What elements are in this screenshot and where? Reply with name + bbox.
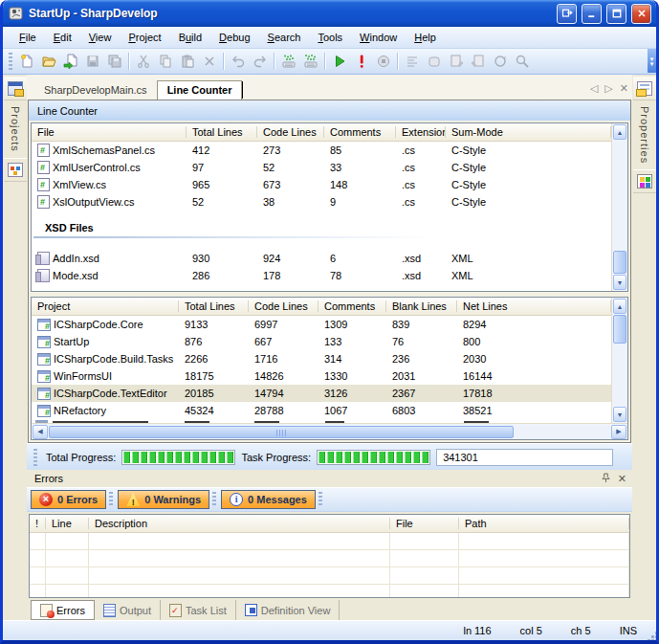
projects-strip-label[interactable]: Projects [10,100,21,158]
project-row[interactable]: ICSharpCode.Core 9133 6997 1309 839 8294 [32,316,611,333]
pin-icon[interactable] [602,473,610,485]
tab-scroll-right-icon[interactable]: ▷ [604,82,612,95]
project-row[interactable]: WinFormsUI 18175 14826 1330 2031 16144 [32,367,611,385]
properties-tab[interactable] [633,77,656,100]
menu-item[interactable]: Tools [309,29,351,46]
projects-table-hscrollbar[interactable]: ◀ ▶ [32,423,627,439]
toolbar-grip[interactable] [9,53,12,70]
undo-icon[interactable] [227,51,249,73]
filter-toggle-button[interactable]: 0 Warnings [118,490,209,509]
toolbar-overflow-button[interactable]: ▾▾ [648,49,656,73]
run-icon[interactable] [328,51,350,73]
column-header[interactable]: Sum-Mode [446,123,611,141]
menu-item[interactable]: Window [351,29,406,46]
column-header[interactable]: File [32,123,187,141]
project-row[interactable]: NRefactory 45324 28788 1067 6803 38521 [32,402,611,419]
format-box-icon[interactable] [423,51,445,73]
file-row[interactable]: XmlView.cs 965 673 148 .cs C-Style [32,176,611,193]
column-header[interactable]: Description [89,515,390,532]
filter-toggle-button[interactable]: 0 Messages [221,490,316,509]
redo-icon[interactable] [249,51,271,73]
minimize-button[interactable] [582,4,602,24]
toolbox-tab[interactable] [633,169,656,193]
fullscreen-button[interactable] [557,4,577,24]
properties-strip-label[interactable]: Properties [639,100,650,169]
tab-close-icon[interactable]: ✕ [620,82,628,95]
open-file-icon[interactable] [59,51,81,73]
menu-item[interactable]: Edit [45,29,80,46]
scroll-up-icon[interactable]: ▲ [613,124,626,140]
file-row[interactable]: XslOutputView.cs 52 38 9 .cs C-Style [32,193,611,211]
new-file-icon[interactable] [15,51,37,73]
stop-icon[interactable] [372,51,394,73]
copy-icon[interactable] [154,51,176,73]
column-header[interactable]: File [390,515,459,532]
menu-item[interactable]: View [80,29,121,46]
panel-close-icon[interactable]: ✕ [618,473,626,485]
project-row[interactable]: ICSharpCode.TextEditor 20185 14794 3126 … [32,385,611,402]
document-tab[interactable]: Line Counter [157,80,243,100]
file-row[interactable]: AddIn.xsd 930 924 6 .xsd XML [32,250,611,267]
column-header[interactable]: Net Lines [457,298,611,315]
classes-tab[interactable] [4,158,27,182]
scroll-right-icon[interactable]: ▶ [611,425,626,439]
sort-lines-icon[interactable] [401,51,423,73]
tab-scroll-left-icon[interactable]: ◁ [590,82,598,95]
column-header[interactable]: Blank Lines [386,298,457,315]
bottom-tab[interactable]: Definition View [236,600,340,620]
progress-grip[interactable] [33,449,37,466]
bottom-tab[interactable]: Errors [31,600,95,620]
column-header[interactable]: Comments [319,298,386,315]
scroll-thumb[interactable] [613,315,626,344]
scroll-down-icon[interactable]: ▼ [613,407,626,422]
search-icon[interactable] [511,51,533,73]
column-header[interactable]: Code Lines [257,123,324,141]
bottom-tab[interactable]: Output [95,600,161,620]
column-header[interactable]: Comments [324,123,396,141]
column-header[interactable]: Path [459,515,629,532]
projects-tab[interactable] [4,77,27,100]
column-header[interactable]: Total Lines [179,298,249,315]
scroll-thumb[interactable] [613,251,626,274]
document-tab[interactable]: SharpDevelopMain.cs [34,81,157,100]
comment-region-icon[interactable] [445,51,467,73]
abort-icon[interactable] [350,51,372,73]
resize-grip-icon[interactable] [651,635,654,638]
menu-item[interactable]: Build [170,29,210,46]
hscroll-thumb[interactable] [49,426,514,438]
menu-item[interactable]: Search [259,29,310,46]
column-header[interactable]: Code Lines [249,298,319,315]
menu-item[interactable]: Help [406,29,445,46]
column-header[interactable]: ! [30,515,46,532]
refresh-icon[interactable] [489,51,511,73]
project-row[interactable]: ICSharpCode.Build.Tasks 2266 1716 314 23… [32,350,611,367]
file-row[interactable]: XmlUserControl.cs 97 52 33 .cs C-Style [32,159,611,176]
column-header[interactable]: Project [32,298,179,315]
save-icon[interactable] [81,51,103,73]
delete-icon[interactable] [198,51,220,73]
close-button[interactable] [631,4,651,24]
file-row[interactable]: XmlSchemasPanel.cs 412 273 85 .cs C-Styl… [32,142,611,159]
file-row[interactable]: Mode.xsd 286 178 78 .xsd XML [32,267,611,284]
scroll-up-icon[interactable]: ▲ [613,299,626,314]
menu-item[interactable]: Project [120,29,169,46]
menu-item[interactable]: Debug [210,29,258,46]
files-table-scrollbar[interactable]: ▲ ▼ [611,123,627,291]
column-header[interactable]: Extension [396,123,446,141]
projects-table-scrollbar[interactable]: ▲ ▼ [611,298,627,423]
maximize-button[interactable] [606,4,626,24]
uncomment-region-icon[interactable] [467,51,489,73]
rebuild-all-icon[interactable] [299,51,321,73]
save-all-icon[interactable] [103,51,125,73]
open-folder-icon[interactable] [37,51,59,73]
bottom-tab[interactable]: Task List [161,600,236,620]
filter-toggle-button[interactable]: 0 Errors [31,490,106,509]
build-icon[interactable] [277,51,299,73]
menu-item[interactable]: File [11,29,45,46]
cut-icon[interactable] [132,51,154,73]
column-header[interactable]: Line [46,515,89,532]
scroll-down-icon[interactable]: ▼ [613,275,626,290]
column-header[interactable]: Total Lines [187,123,257,141]
scroll-left-icon[interactable]: ◀ [33,425,48,439]
paste-icon[interactable] [176,51,198,73]
